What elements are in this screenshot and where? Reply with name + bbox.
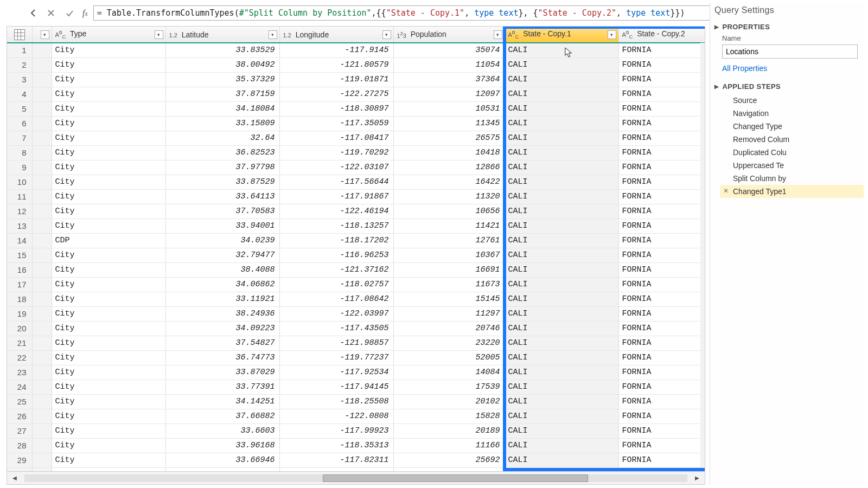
column-header-latitude[interactable]: 1.2 Latitude▾ xyxy=(165,27,279,43)
cell[interactable]: 37.97798 xyxy=(165,160,279,175)
table-row[interactable]: 28City33.96168-118.3531311166CALIFORNIA xyxy=(7,438,705,453)
cell[interactable]: CALI xyxy=(505,248,618,262)
cell[interactable] xyxy=(618,467,705,472)
cell[interactable]: -119.77237 xyxy=(279,350,393,365)
cell[interactable]: -122.03997 xyxy=(279,306,393,321)
row-number[interactable]: 29 xyxy=(7,453,32,467)
cell[interactable]: FORNIA xyxy=(618,365,705,380)
applied-step[interactable]: Uppercased Te xyxy=(720,159,864,172)
table-row[interactable]: 7City32.64-117.0841726575CALIFORNIA xyxy=(7,131,705,145)
row-selector-dropdown[interactable]: ▾ xyxy=(41,30,49,39)
cell[interactable]: -116.96253 xyxy=(279,248,393,262)
row-number[interactable]: 2 xyxy=(7,57,32,72)
cell[interactable]: -121.80579 xyxy=(279,57,393,72)
cell[interactable]: 52005 xyxy=(393,350,505,365)
cell[interactable]: 25692 xyxy=(393,453,505,467)
cell[interactable]: CALI xyxy=(505,292,618,306)
cell[interactable]: 17539 xyxy=(393,380,505,394)
cell[interactable]: FORNIA xyxy=(618,160,705,175)
cell[interactable]: 15828 xyxy=(393,409,505,423)
column-filter-dropdown[interactable]: ▾ xyxy=(155,30,163,39)
cell[interactable]: 32.64 xyxy=(165,131,279,145)
row-number[interactable]: 14 xyxy=(7,233,32,248)
applied-step[interactable]: Removed Colum xyxy=(720,133,864,146)
row-number[interactable]: 28 xyxy=(7,438,32,453)
cell[interactable]: City xyxy=(52,160,165,175)
table-row[interactable]: 30 xyxy=(7,467,705,472)
row-selector-cell[interactable] xyxy=(32,101,52,116)
cell[interactable]: CALI xyxy=(505,101,618,116)
row-number[interactable]: 18 xyxy=(7,292,32,306)
table-row[interactable]: 23City33.87029-117.9253414084CALIFORNIA xyxy=(7,365,705,380)
cell[interactable]: -119.01871 xyxy=(279,72,393,87)
cell[interactable]: -118.02757 xyxy=(279,277,393,292)
cell[interactable]: 33.87029 xyxy=(165,365,279,380)
cell[interactable]: 11166 xyxy=(393,438,505,453)
row-selector-cell[interactable] xyxy=(32,262,52,277)
table-row[interactable]: 1City33.83529-117.914535074CALIFORNIA xyxy=(7,43,705,57)
cell[interactable]: City xyxy=(52,189,165,204)
row-selector-cell[interactable] xyxy=(32,43,52,57)
cell[interactable]: CALI xyxy=(505,262,618,277)
row-number[interactable]: 9 xyxy=(7,160,32,175)
cell[interactable]: -118.30897 xyxy=(279,101,393,116)
cell[interactable]: CALI xyxy=(505,350,618,365)
cell[interactable]: City xyxy=(52,248,165,262)
row-selector-cell[interactable] xyxy=(32,189,52,204)
cell[interactable]: -117.43505 xyxy=(279,321,393,336)
cell[interactable]: CALI xyxy=(505,145,618,160)
row-number[interactable]: 6 xyxy=(7,116,32,131)
row-number[interactable]: 15 xyxy=(7,248,32,262)
cell[interactable]: CALI xyxy=(505,365,618,380)
row-number[interactable]: 3 xyxy=(7,72,32,87)
cell[interactable]: City xyxy=(52,350,165,365)
cell[interactable]: FORNIA xyxy=(618,57,705,72)
cell[interactable]: -121.98857 xyxy=(279,336,393,350)
row-selector-cell[interactable] xyxy=(32,380,52,394)
cell[interactable]: 34.18084 xyxy=(165,101,279,116)
cell[interactable]: CALI xyxy=(505,409,618,423)
table-row[interactable]: 17City34.06862-118.0275711673CALIFORNIA xyxy=(7,277,705,292)
cell[interactable]: 15145 xyxy=(393,292,505,306)
row-selector-cell[interactable] xyxy=(32,292,52,306)
cell[interactable] xyxy=(279,467,393,472)
cell[interactable]: City xyxy=(52,57,165,72)
cell[interactable]: 16422 xyxy=(393,175,505,189)
cell[interactable]: City xyxy=(52,292,165,306)
cell[interactable]: -117.35059 xyxy=(279,116,393,131)
nav-back-button[interactable] xyxy=(27,7,40,20)
table-row[interactable]: 13City33.94001-118.1325711421CALIFORNIA xyxy=(7,219,705,233)
cell[interactable]: 34.0239 xyxy=(165,233,279,248)
cell[interactable]: 23220 xyxy=(393,336,505,350)
row-selector-cell[interactable] xyxy=(32,365,52,380)
cell[interactable]: CALI xyxy=(505,277,618,292)
cell[interactable]: 37364 xyxy=(393,72,505,87)
row-number[interactable]: 7 xyxy=(7,131,32,145)
cell[interactable]: City xyxy=(52,423,165,438)
table-row[interactable]: 14CDP34.0239-118.1720212761CALIFORNIA xyxy=(7,233,705,248)
column-header-longitude[interactable]: 1.2 Longitude▾ xyxy=(279,27,393,43)
cell[interactable]: City xyxy=(52,321,165,336)
cell[interactable]: FORNIA xyxy=(618,248,705,262)
row-selector-cell[interactable] xyxy=(32,131,52,145)
column-filter-dropdown[interactable]: ▾ xyxy=(269,30,277,39)
cell[interactable]: -117.99923 xyxy=(279,423,393,438)
properties-section-header[interactable]: ▶ PROPERTIES xyxy=(714,23,864,31)
row-number[interactable]: 22 xyxy=(7,350,32,365)
cell[interactable]: CALI xyxy=(505,423,618,438)
formula-cancel-button[interactable] xyxy=(43,5,59,21)
cell[interactable]: City xyxy=(52,277,165,292)
cell[interactable]: 34.06862 xyxy=(165,277,279,292)
table-row[interactable]: 15City32.79477-116.9625310367CALIFORNIA xyxy=(7,248,705,262)
row-selector-cell[interactable] xyxy=(32,233,52,248)
cell[interactable]: 20189 xyxy=(393,423,505,438)
cell[interactable]: CALI xyxy=(505,380,618,394)
row-number[interactable]: 26 xyxy=(7,409,32,423)
table-row[interactable]: 27City33.6603-117.9992320189CALIFORNIA xyxy=(7,423,705,438)
table-row[interactable]: 11City33.64113-117.9186711320CALIFORNIA xyxy=(7,189,705,204)
row-selector-cell[interactable] xyxy=(32,438,52,453)
row-selector-cell[interactable] xyxy=(32,350,52,365)
table-row[interactable]: 21City37.54827-121.9885723220CALIFORNIA xyxy=(7,336,705,350)
table-row[interactable]: 26City37.66882-122.080815828CALIFORNIA xyxy=(7,409,705,423)
cell[interactable]: 32.79477 xyxy=(165,248,279,262)
